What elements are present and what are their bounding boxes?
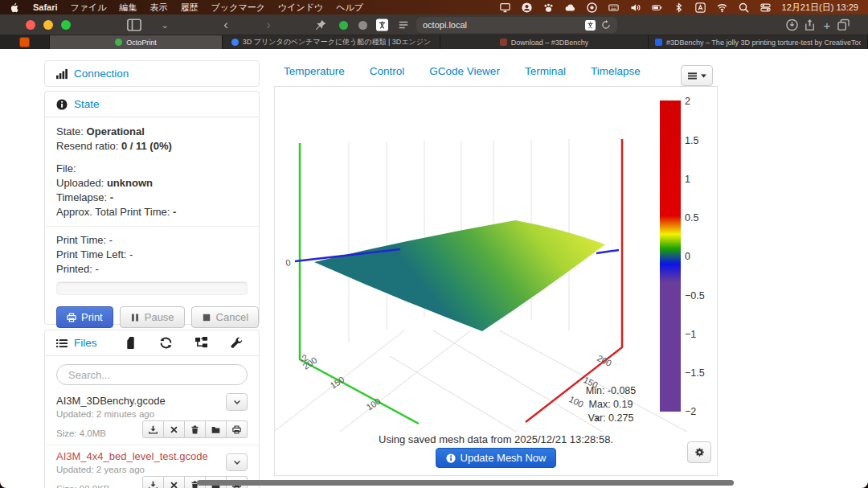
window-zoom-button[interactable] [61, 20, 71, 30]
files-panel-header[interactable]: Files [45, 330, 259, 355]
pin-extension-icon[interactable] [315, 18, 326, 32]
files-panel-title[interactable]: Files [74, 337, 97, 349]
bed-level-visualizer-tab: 0 -2 200 150 100 200 150 100 x Min: -0.0… [274, 87, 718, 476]
stop-icon [202, 313, 211, 322]
back-button[interactable]: ‹ [219, 18, 233, 32]
user-circle-icon[interactable] [522, 2, 532, 13]
info-icon [56, 99, 68, 110]
svg-text:−1: −1 [685, 329, 696, 340]
file-name[interactable]: AI3M_4x4_bed_level_test.gcode [56, 450, 237, 462]
tab-overflow-menu-button[interactable] [681, 65, 713, 86]
connection-panel-title[interactable]: Connection [74, 68, 129, 80]
menu-edit[interactable]: 編集 [120, 2, 137, 14]
window-minimize-button[interactable] [43, 20, 53, 30]
apple-logo-icon[interactable] [10, 2, 20, 13]
file-entry[interactable]: AI3M_3DBenchy.gcode Updated: 2 minutes a… [45, 390, 259, 445]
plugin-settings-button[interactable] [687, 441, 711, 463]
pause-button[interactable]: Pause [120, 306, 185, 328]
menu-file[interactable]: ファイル [71, 2, 107, 14]
paw-icon[interactable] [543, 2, 554, 13]
search-icon[interactable] [739, 2, 749, 13]
file-load-button[interactable] [206, 420, 227, 438]
tab-terminal[interactable]: Terminal [525, 65, 566, 77]
sd-card-icon[interactable] [125, 337, 137, 349]
tab-gcode-viewer[interactable]: GCode Viewer [429, 65, 500, 77]
z-tick-0: 0 [285, 257, 292, 268]
cancel-button[interactable]: Cancel [191, 306, 259, 328]
menu-bookmarks[interactable]: ブックマーク [211, 2, 265, 14]
tab-control[interactable]: Control [370, 65, 405, 77]
update-mesh-button[interactable]: Update Mesh Now [436, 448, 557, 468]
display-icon[interactable] [500, 2, 510, 13]
file-updated: Updated: 2 minutes ago [56, 409, 248, 419]
file-trash-button[interactable] [185, 420, 206, 438]
translate-badge-icon[interactable] [585, 20, 596, 31]
file-download-button[interactable] [142, 476, 164, 488]
state-panel-header[interactable]: State [45, 92, 259, 117]
address-bar[interactable]: octopi.local [416, 17, 617, 33]
tab-octoprint[interactable]: OctoPrint [50, 35, 223, 49]
file-search-input[interactable] [56, 364, 248, 385]
file-name[interactable]: AI3M_3DBenchy.gcode [56, 395, 237, 407]
bluetooth-icon[interactable] [674, 2, 684, 13]
sidebar-toggle-icon[interactable] [127, 18, 141, 32]
forward-button[interactable]: › [261, 18, 276, 32]
control-center-icon[interactable] [760, 2, 771, 13]
colorbar [660, 100, 681, 412]
file-details-toggle[interactable] [226, 453, 248, 471]
input-source-icon[interactable] [695, 2, 706, 13]
sidebar-chevron-icon[interactable]: ⌄ [158, 18, 172, 32]
tab-overview-icon[interactable] [837, 18, 850, 32]
folder-tree-icon[interactable] [195, 337, 207, 349]
file-print-button[interactable] [227, 420, 248, 438]
extension-gray-icon[interactable] [358, 21, 367, 30]
keyboard-icon[interactable] [608, 2, 619, 13]
tab-timelapse[interactable]: Timelapse [591, 65, 641, 77]
approx-value: - [173, 206, 176, 218]
battery-icon[interactable] [652, 2, 662, 13]
menubar-clock[interactable]: 12月21日(日) 13:29 [782, 2, 858, 14]
file-size: Size: 90.0KB [56, 484, 109, 488]
refresh-icon[interactable] [160, 337, 172, 349]
horizontal-scrollbar[interactable] [197, 480, 734, 486]
file-download-button[interactable] [142, 420, 164, 438]
file-delete-button[interactable] [164, 420, 185, 438]
menu-app-safari[interactable]: Safari [33, 2, 58, 12]
wrench-icon[interactable] [231, 337, 243, 349]
window-close-button[interactable] [26, 20, 35, 30]
tab-temperature[interactable]: Temperature [284, 65, 345, 77]
y-tick-100: 100 [365, 396, 383, 412]
reader-extension-icon[interactable] [398, 18, 409, 32]
tab-download-3dbenchy[interactable]: Download – #3DBenchy [440, 35, 649, 49]
state-panel-body: State: Operational Resend ratio: 0 / 11 … [45, 117, 259, 335]
downloads-icon[interactable] [786, 18, 798, 32]
print-button[interactable]: Print [56, 306, 113, 328]
menu-view[interactable]: 表示 [150, 2, 168, 14]
file-details-toggle[interactable] [226, 393, 248, 411]
bed-mesh-3d-plot[interactable]: 0 -2 200 150 100 200 150 100 x Min: -0.0… [275, 91, 719, 432]
svg-text:1: 1 [685, 174, 690, 185]
tab-3dbenchy-creativetools[interactable]: #3DBenchy – The jolly 3D printing tortur… [649, 35, 868, 49]
menu-window[interactable]: ウインドウ [278, 2, 323, 14]
state-panel-title[interactable]: State [74, 98, 100, 110]
cloud-icon[interactable] [565, 2, 575, 13]
wifi-icon[interactable] [717, 2, 727, 13]
tab-title: OctoPrint [126, 39, 157, 47]
octoprint-favicon [19, 37, 30, 47]
menu-help[interactable]: ヘルプ [336, 2, 363, 14]
print-time-left-line: Print Time Left: - [56, 248, 248, 262]
tab-3d-printer-benchmark[interactable]: 3D プリンタのベンチマークに使う船の種類 | 3Dエンジン [223, 35, 440, 49]
extension-green-icon[interactable] [339, 21, 348, 30]
translate-extension-icon[interactable] [376, 18, 388, 32]
volume-icon[interactable] [630, 2, 641, 13]
state-panel: State State: Operational Resend ratio: 0… [44, 91, 260, 325]
share-icon[interactable] [804, 18, 816, 32]
pinned-tab-octoprint[interactable] [0, 35, 50, 49]
file-delete-button[interactable] [164, 476, 185, 488]
new-tab-button[interactable]: + [820, 18, 834, 32]
connection-panel-header[interactable]: Connection [45, 61, 259, 86]
menu-history[interactable]: 履歴 [181, 2, 199, 14]
stat-var: Var: 0.275 [588, 412, 634, 424]
record-circle-icon[interactable] [587, 2, 597, 13]
reload-icon[interactable] [601, 20, 611, 30]
